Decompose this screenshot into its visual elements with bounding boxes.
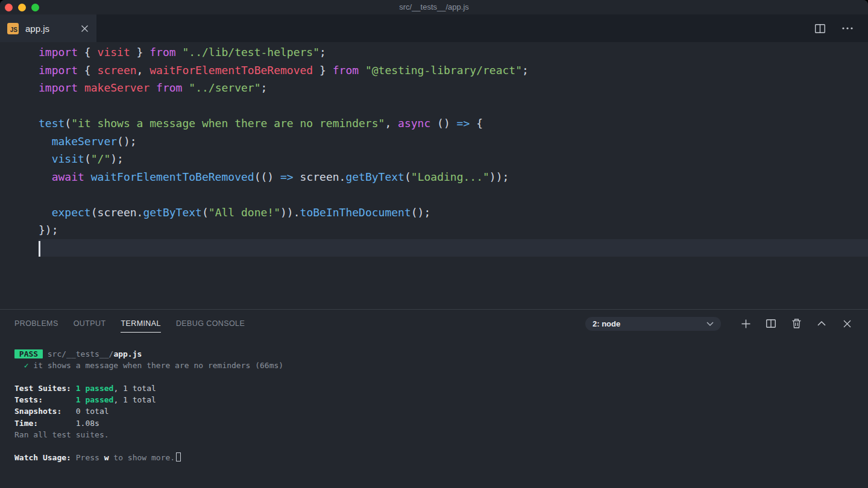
pass-badge: PASS — [14, 349, 43, 358]
new-terminal-button[interactable] — [738, 316, 753, 331]
code-line[interactable]: visit("/"); — [0, 150, 868, 168]
text-cursor — [39, 241, 40, 257]
terminal-line — [0, 371, 868, 383]
code-token — [149, 81, 156, 94]
code-token: (screen. — [91, 206, 143, 219]
code-line[interactable] — [0, 186, 868, 204]
code-line[interactable]: }); — [0, 221, 868, 239]
terminal-text: to show more. — [109, 453, 175, 462]
panel-tab-debug-console[interactable]: DEBUG CONSOLE — [176, 310, 245, 337]
terminal-text: w — [104, 453, 109, 462]
split-terminal-button[interactable] — [763, 316, 779, 331]
code-line[interactable]: import { screen, waitForElementToBeRemov… — [0, 61, 868, 80]
terminal-text: ✓ — [14, 361, 33, 370]
panel-tab-terminal[interactable]: TERMINAL — [121, 310, 160, 337]
split-pane-icon — [766, 319, 776, 328]
editor-actions — [813, 14, 855, 42]
code-token: import — [39, 64, 78, 77]
code-token: from — [149, 46, 175, 58]
code-token: "/" — [91, 152, 111, 165]
code-token: { — [78, 46, 98, 58]
code-token: makeServer — [84, 81, 149, 94]
code-token: getByText — [345, 170, 404, 183]
panel-tabs: PROBLEMSOUTPUTTERMINALDEBUG CONSOLE — [14, 310, 245, 337]
code-token: (); — [411, 206, 431, 219]
javascript-file-icon: JS — [7, 23, 19, 34]
code-editor[interactable]: import { visit } from "../lib/test-helpe… — [0, 42, 868, 309]
code-token: toBeInTheDocument — [300, 206, 411, 219]
code-token: => — [457, 117, 470, 130]
close-window-button[interactable] — [5, 4, 13, 11]
vscode-window: src/__tests__/app.js JS app.js import { … — [0, 0, 868, 488]
code-line[interactable] — [0, 97, 868, 115]
terminal-lines: PASS src/__tests__/app.js ✓ it shows a m… — [0, 348, 868, 463]
terminal-line: Snapshots: 0 total — [0, 405, 868, 417]
more-actions-button[interactable] — [840, 21, 855, 36]
panel-header: PROBLEMSOUTPUTTERMINALDEBUG CONSOLE 2: n… — [0, 310, 868, 337]
code-line[interactable]: import { visit } from "../lib/test-helpe… — [0, 43, 868, 61]
panel-tab-output[interactable]: OUTPUT — [74, 310, 106, 337]
code-token — [78, 81, 84, 94]
terminal-text: 1 passed — [76, 395, 114, 404]
code-token: { — [470, 117, 483, 130]
code-token: screen — [98, 64, 137, 77]
code-token: getByText — [143, 206, 202, 219]
zoom-window-button[interactable] — [31, 4, 39, 11]
terminal-selector-dropdown[interactable]: 2: node — [585, 317, 721, 331]
code-token: async — [398, 117, 430, 130]
terminal-line: Watch Usage: Press w to show more. — [0, 452, 868, 463]
titlebar: src/__tests__/app.js — [0, 0, 868, 14]
terminal-text: Tests: — [14, 395, 43, 404]
kill-terminal-button[interactable] — [788, 316, 804, 331]
terminal-text: src/__tests__/ — [48, 349, 114, 358]
code-line[interactable]: import makeServer from "../server"; — [0, 79, 868, 97]
code-token — [176, 46, 183, 58]
minimize-window-button[interactable] — [18, 4, 26, 11]
code-token: from — [156, 81, 182, 94]
terminal-text: Press — [76, 453, 104, 462]
code-token: "../lib/test-helpers" — [182, 46, 319, 58]
terminal-text — [43, 349, 48, 358]
terminal-text: Test Suites: — [14, 384, 76, 393]
close-tab-icon[interactable] — [80, 23, 89, 33]
code-token: visit — [52, 152, 84, 165]
close-panel-button[interactable] — [839, 316, 855, 331]
panel-tab-problems[interactable]: PROBLEMS — [14, 310, 58, 337]
code-token: () — [430, 117, 456, 130]
code-token: )); — [489, 170, 509, 183]
terminal-text: Time: — [14, 419, 38, 428]
trash-icon — [792, 319, 801, 328]
code-token — [39, 135, 52, 148]
split-editor-button[interactable] — [813, 21, 827, 36]
code-token: import — [39, 46, 78, 58]
terminal-line: Ran all test suites. — [0, 429, 868, 440]
code-token: (() — [254, 170, 280, 183]
plus-icon — [741, 319, 750, 328]
code-line[interactable]: test("it shows a message when there are … — [0, 114, 868, 133]
terminal-text: 1 passed — [76, 384, 114, 393]
terminal-text: Ran all test suites. — [14, 430, 109, 439]
maximize-panel-button[interactable] — [814, 316, 829, 331]
terminal-text: , 1 total — [113, 395, 156, 404]
code-token: ); — [110, 152, 124, 165]
tab-app-js[interactable]: JS app.js — [0, 14, 96, 42]
code-token: expect — [52, 206, 91, 219]
terminal-output[interactable]: PASS src/__tests__/app.js ✓ it shows a m… — [0, 337, 868, 488]
code-token: { — [78, 64, 98, 77]
code-line[interactable]: makeServer(); — [0, 133, 868, 151]
terminal-text: 0 total — [61, 407, 108, 416]
code-token: } — [313, 64, 333, 77]
terminal-line: PASS src/__tests__/app.js — [0, 348, 868, 360]
code-line[interactable] — [0, 239, 868, 257]
close-icon — [843, 320, 851, 328]
code-token: await — [52, 170, 84, 183]
terminal-line: Tests: 1 passed, 1 total — [0, 394, 868, 405]
terminal-line: Test Suites: 1 passed, 1 total — [0, 383, 868, 394]
code-token: waitForElementToBeRemoved — [149, 64, 313, 77]
code-line[interactable]: expect(screen.getByText("All done!")).to… — [0, 204, 868, 222]
code-token — [359, 64, 365, 77]
code-line[interactable]: await waitForElementToBeRemoved(() => sc… — [0, 168, 868, 186]
code-token: )). — [280, 206, 300, 219]
terminal-cursor — [176, 452, 181, 461]
code-lines: import { visit } from "../lib/test-helpe… — [0, 43, 868, 257]
